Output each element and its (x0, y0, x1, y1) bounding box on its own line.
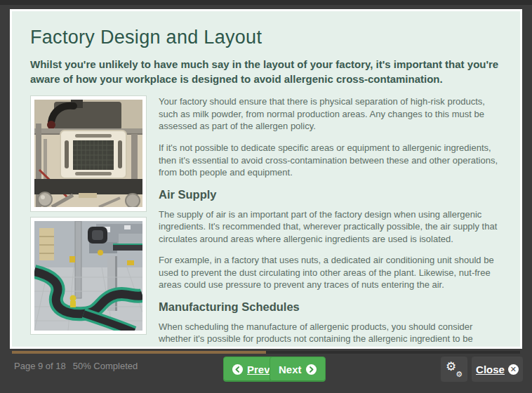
factory-conveyor-photo (30, 217, 147, 335)
chevron-left-circle-icon (232, 364, 243, 375)
page-status: Page 9 of 1850% Completed (14, 361, 145, 371)
cogs-icon: ⚙⚙ (446, 362, 462, 376)
text-column: Your factory should ensure that there is… (159, 95, 502, 349)
air-conditioning-photo (30, 95, 147, 212)
prev-button-label: Prev (247, 364, 270, 375)
body-paragraph: Your factory should ensure that there is… (159, 95, 502, 133)
close-button[interactable]: Close ✕ (472, 357, 523, 382)
chevron-right-circle-icon (306, 364, 317, 375)
body-paragraph: The supply of air is an important part o… (159, 208, 502, 246)
next-button-label: Next (279, 364, 302, 375)
course-slide: Factory Design and Layout Whilst you're … (10, 9, 522, 349)
factory-conveyor-illustration (34, 221, 142, 331)
progress-fill (12, 351, 266, 354)
slide-intro: Whilst you're unlikely to have much say … (30, 58, 502, 86)
body-paragraph: When scheduling the manufacture of aller… (159, 321, 502, 349)
settings-button[interactable]: ⚙⚙ (441, 357, 467, 382)
close-button-label: Close (476, 364, 505, 375)
body-paragraph: If it's not possible to dedicate specifi… (159, 142, 502, 179)
window-top-edge (0, 0, 532, 5)
section-heading-air-supply: Air Supply (159, 188, 502, 201)
section-heading-manufacturing-schedules: Manufacturing Schedules (159, 300, 502, 314)
air-conditioning-illustration (34, 100, 142, 207)
completion-indicator: 50% Completed (73, 361, 138, 371)
page-indicator: Page 9 of 18 (14, 361, 66, 371)
x-circle-icon: ✕ (508, 364, 519, 375)
page-title: Factory Design and Layout (30, 27, 502, 48)
media-column (30, 95, 147, 349)
slide-content: Your factory should ensure that there is… (30, 95, 502, 349)
progress-bar (12, 351, 520, 354)
next-button[interactable]: Next (270, 357, 326, 382)
body-paragraph: For example, in a factory that uses nuts… (159, 254, 502, 291)
